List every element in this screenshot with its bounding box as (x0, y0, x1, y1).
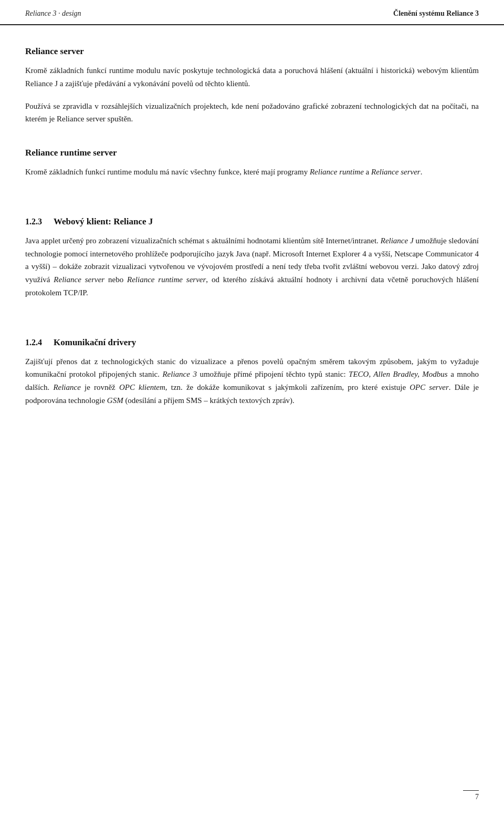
reliance-server-paragraph-2: Používá se zpravidla v rozsáhlejších viz… (25, 100, 479, 126)
section-1-2-3-number: 1.2.3 (25, 217, 44, 226)
page-footer: 7 (463, 790, 479, 801)
section-1-2-4-header: 1.2.4 Komunikační drivery (25, 337, 479, 348)
section-1-2-4-label: Komunikační drivery (54, 337, 136, 348)
main-content: Reliance server Kromě základních funkcí … (0, 25, 504, 448)
section-1-2-3-paragraph-1: Java applet určený pro zobrazení vizuali… (25, 234, 479, 299)
header-left: Reliance 3 · design (25, 9, 81, 18)
reliance-runtime-server-paragraph-1: Kromě základních funkcí runtime modulu m… (25, 166, 479, 179)
section-1-2-4-paragraph-1: Zajišťují přenos dat z technologických s… (25, 355, 479, 407)
section-1-2-4-number: 1.2.4 (25, 338, 44, 347)
page: Reliance 3 · design Členění systému Reli… (0, 0, 504, 816)
section-1-2-3-label: Webový klient: Reliance J (54, 216, 153, 227)
page-number: 7 (475, 793, 479, 801)
reliance-server-title: Reliance server (25, 46, 479, 57)
page-header: Reliance 3 · design Členění systému Reli… (0, 0, 504, 25)
header-right: Členění systému Reliance 3 (393, 9, 479, 18)
reliance-server-paragraph-1: Kromě základních funkcí runtime modulu n… (25, 64, 479, 90)
reliance-runtime-server-title: Reliance runtime server (25, 148, 479, 158)
section-1-2-3-header: 1.2.3 Webový klient: Reliance J (25, 216, 479, 227)
